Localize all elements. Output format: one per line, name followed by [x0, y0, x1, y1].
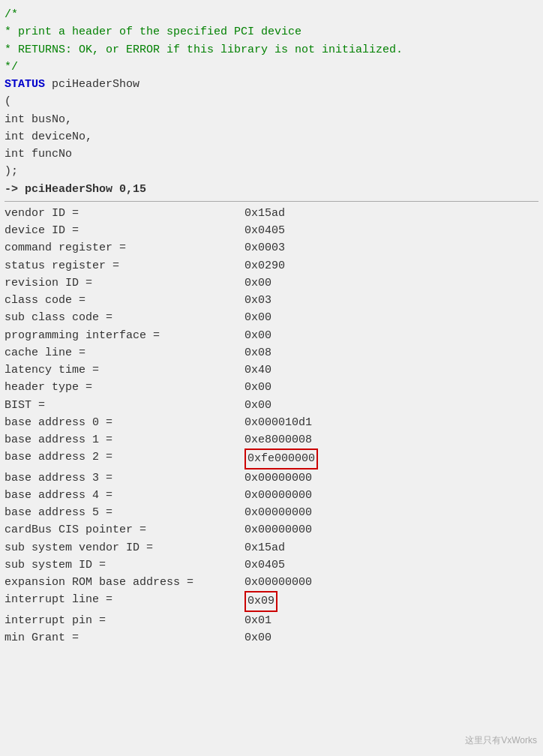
sig-line-5: int funcNo [4, 146, 538, 163]
register-value: 0x000010d1 [244, 414, 312, 431]
register-value: 0x00 [244, 309, 272, 326]
register-value: 0x00000000 [244, 574, 312, 591]
register-label: base address 2 = [4, 448, 244, 469]
register-row: base address 4 =0x00000000 [4, 487, 538, 504]
sig-line-6: ); [4, 163, 538, 180]
register-label: interrupt line = [4, 591, 244, 611]
register-row: sub system ID =0x0405 [4, 556, 538, 574]
register-label: sub system ID = [4, 556, 244, 574]
register-row: sub system vendor ID =0x15ad [4, 539, 538, 556]
register-row: command register =0x0003 [4, 239, 538, 256]
register-value: 0x40 [244, 362, 272, 379]
register-row: cardBus CIS pointer =0x00000000 [4, 521, 538, 538]
register-row: base address 3 =0x00000000 [4, 470, 538, 487]
code-container: /* * print a header of the specified PCI… [0, 0, 543, 756]
sig-line-3: int busNo, [4, 111, 538, 128]
register-row: interrupt pin =0x01 [4, 612, 538, 629]
register-row: interrupt line =0x09 [4, 591, 538, 611]
separator [4, 201, 538, 202]
register-value: 0x03 [244, 292, 272, 309]
register-label: base address 0 = [4, 414, 244, 431]
register-row: latency time =0x40 [4, 362, 538, 379]
sig-line-2: ( [4, 93, 538, 110]
register-row: BIST =0x00 [4, 397, 538, 414]
prompt-line: -> pciHeaderShow 0,15 [4, 181, 538, 198]
register-row: base address 2 =0xfe000000 [4, 448, 538, 469]
register-label: base address 1 = [4, 431, 244, 448]
sig-line-4: int deviceNo, [4, 128, 538, 146]
function-name: pciHeaderShow [52, 78, 140, 91]
register-value: 0x00 [244, 629, 272, 646]
register-value: 0x00000000 [244, 470, 312, 487]
register-label: programming interface = [4, 327, 244, 344]
register-label: latency time = [4, 362, 244, 379]
register-label: cache line = [4, 344, 244, 362]
comment-line-3: * RETURNS: OK, or ERROR if this library … [4, 41, 538, 58]
register-label: interrupt pin = [4, 612, 244, 629]
register-label: command register = [4, 239, 244, 256]
register-value: 0x00 [244, 379, 272, 396]
register-value: 0x09 [244, 591, 278, 611]
comment-line-4: */ [4, 58, 538, 76]
register-row: min Grant =0x00 [4, 629, 538, 646]
function-signature: STATUS pciHeaderShow ( int busNo, int de… [4, 76, 538, 181]
register-value: 0x00 [244, 397, 272, 414]
register-row: vendor ID =0x15ad [4, 205, 538, 222]
register-value: 0x0290 [244, 257, 285, 274]
register-row: base address 5 =0x00000000 [4, 504, 538, 521]
register-label: expansion ROM base address = [4, 574, 244, 591]
register-label: base address 3 = [4, 470, 244, 487]
register-label: base address 4 = [4, 487, 244, 504]
register-label: device ID = [4, 222, 244, 239]
register-value: 0xe8000008 [244, 431, 312, 448]
register-value: 0x08 [244, 344, 272, 362]
register-value: 0x0405 [244, 556, 285, 574]
register-label: base address 5 = [4, 504, 244, 521]
register-value: 0x15ad [244, 539, 285, 556]
register-label: sub class code = [4, 309, 244, 326]
register-value: 0x00000000 [244, 521, 312, 538]
register-row: revision ID =0x00 [4, 274, 538, 292]
register-value: 0x01 [244, 612, 272, 629]
register-value: 0x00000000 [244, 504, 312, 521]
register-label: revision ID = [4, 274, 244, 292]
register-row: status register =0x0290 [4, 257, 538, 274]
register-value: 0x0405 [244, 222, 285, 239]
register-row: programming interface =0x00 [4, 327, 538, 344]
register-row: cache line =0x08 [4, 344, 538, 362]
register-row: base address 1 =0xe8000008 [4, 431, 538, 448]
sig-line-1: STATUS pciHeaderShow [4, 76, 538, 93]
register-row: sub class code =0x00 [4, 309, 538, 326]
register-row: base address 0 =0x000010d1 [4, 414, 538, 431]
register-value: 0x15ad [244, 205, 285, 222]
register-value: 0xfe000000 [244, 448, 318, 469]
register-value: 0x00 [244, 274, 272, 292]
register-row: class code =0x03 [4, 292, 538, 309]
comment-line-1: /* [4, 6, 538, 23]
comment-line-2: * print a header of the specified PCI de… [4, 23, 538, 40]
register-row: header type =0x00 [4, 379, 538, 396]
register-row: device ID =0x0405 [4, 222, 538, 239]
register-label: header type = [4, 379, 244, 396]
register-value: 0x00 [244, 327, 272, 344]
registers-list: vendor ID =0x15addevice ID =0x0405comman… [4, 205, 538, 646]
register-label: vendor ID = [4, 205, 244, 222]
register-label: sub system vendor ID = [4, 539, 244, 556]
register-label: status register = [4, 257, 244, 274]
register-label: class code = [4, 292, 244, 309]
register-row: expansion ROM base address =0x00000000 [4, 574, 538, 591]
status-keyword: STATUS [4, 78, 45, 91]
register-value: 0x0003 [244, 239, 285, 256]
register-label: cardBus CIS pointer = [4, 521, 244, 538]
register-value: 0x00000000 [244, 487, 312, 504]
register-label: BIST = [4, 397, 244, 414]
register-label: min Grant = [4, 629, 244, 646]
comment-block: /* * print a header of the specified PCI… [4, 6, 538, 76]
